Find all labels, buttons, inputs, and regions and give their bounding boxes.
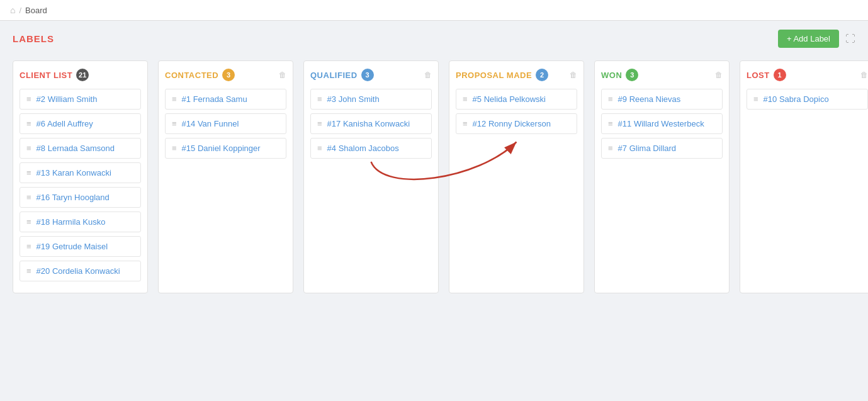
card-label: #17 Kanisha Konwacki [327, 119, 410, 128]
card-label: #4 Shalom Jacobos [327, 144, 399, 153]
card-2[interactable]: ≡#2 William Smith [20, 89, 141, 110]
column-contacted: CONTACTED3🗑≡#1 Fernada Samu≡#14 Van Funn… [158, 60, 293, 293]
delete-column-won[interactable]: 🗑 [715, 71, 723, 79]
column-title-contacted: CONTACTED [165, 71, 218, 80]
card-menu-icon: ≡ [26, 119, 31, 128]
card-menu-icon: ≡ [172, 119, 177, 128]
card-15[interactable]: ≡#15 Daniel Koppinger [165, 138, 286, 159]
home-icon[interactable]: ⌂ [10, 5, 15, 15]
card-label: #3 John Smith [327, 94, 380, 104]
breadcrumb-separator: / [19, 6, 21, 15]
badge-qualified: 3 [361, 69, 374, 81]
column-header-lost: LOST1🗑 [747, 69, 868, 81]
card-menu-icon: ≡ [608, 119, 613, 128]
delete-column-qualified[interactable]: 🗑 [424, 71, 432, 79]
card-label: #20 Cordelia Konwacki [37, 266, 120, 276]
card-menu-icon: ≡ [608, 144, 613, 153]
badge-proposal-made: 2 [536, 69, 548, 81]
delete-column-lost[interactable]: 🗑 [860, 71, 868, 79]
card-menu-icon: ≡ [26, 217, 31, 227]
card-menu-icon: ≡ [26, 94, 31, 104]
column-header-won: WON3🗑 [601, 69, 723, 81]
card-13[interactable]: ≡#13 Karan Konwacki [20, 162, 141, 183]
fullscreen-icon[interactable]: ⛶ [845, 33, 855, 45]
column-title-lost: LOST [747, 71, 770, 80]
card-label: #16 Taryn Hoogland [37, 193, 110, 202]
card-menu-icon: ≡ [463, 119, 468, 128]
card-label: #15 Daniel Koppinger [182, 144, 261, 153]
column-title-won: WON [601, 71, 622, 80]
card-menu-icon: ≡ [463, 94, 468, 104]
card-9[interactable]: ≡#9 Reena Nievas [601, 89, 723, 110]
card-menu-icon: ≡ [26, 266, 31, 276]
card-menu-icon: ≡ [753, 94, 758, 104]
column-client-list: CLIENT LIST21≡#2 William Smith≡#6 Adell … [13, 60, 148, 293]
column-header-client-list: CLIENT LIST21 [20, 69, 141, 81]
column-body-client-list: ≡#2 William Smith≡#6 Adell Auffrey≡#8 Le… [20, 89, 141, 285]
card-10[interactable]: ≡#10 Sabra Dopico [747, 89, 868, 110]
card-label: #18 Harmila Kusko [37, 217, 106, 227]
card-label: #10 Sabra Dopico [764, 94, 829, 104]
card-18[interactable]: ≡#18 Harmila Kusko [20, 212, 141, 232]
column-won: WON3🗑≡#9 Reena Nievas≡#11 Willard Wester… [594, 60, 730, 293]
card-3[interactable]: ≡#3 John Smith [310, 89, 432, 110]
column-proposal-made: PROPOSAL MADE2🗑≡#5 Nelida Pelkowski≡#12 … [449, 60, 584, 293]
card-label: #11 Willard Westerbeck [618, 119, 704, 128]
card-menu-icon: ≡ [317, 119, 322, 128]
add-label-button[interactable]: + Add Label [778, 30, 839, 48]
card-menu-icon: ≡ [317, 94, 322, 104]
card-label: #5 Nelida Pelkowski [473, 94, 546, 104]
card-label: #1 Fernada Samu [182, 94, 247, 104]
card-menu-icon: ≡ [172, 144, 177, 153]
column-body-qualified: ≡#3 John Smith≡#17 Kanisha Konwacki≡#4 S… [310, 89, 432, 162]
card-label: #7 Glima Dillard [618, 144, 676, 153]
column-header-qualified: QUALIFIED3🗑 [310, 69, 432, 81]
card-menu-icon: ≡ [608, 94, 613, 104]
topbar: ⌂ / Board [0, 0, 868, 21]
column-lost: LOST1🗑≡#10 Sabra Dopico [740, 60, 868, 293]
column-header-contacted: CONTACTED3🗑 [165, 69, 286, 81]
column-title-proposal-made: PROPOSAL MADE [456, 71, 532, 80]
card-16[interactable]: ≡#16 Taryn Hoogland [20, 187, 141, 208]
card-19[interactable]: ≡#19 Getrude Maisel [20, 236, 141, 257]
header-row: LABELS + Add Label ⛶ [0, 21, 868, 54]
card-6[interactable]: ≡#6 Adell Auffrey [20, 113, 141, 134]
card-menu-icon: ≡ [26, 168, 31, 178]
card-1[interactable]: ≡#1 Fernada Samu [165, 89, 286, 110]
column-body-won: ≡#9 Reena Nievas≡#11 Willard Westerbeck≡… [601, 89, 723, 162]
column-header-proposal-made: PROPOSAL MADE2🗑 [456, 69, 577, 81]
card-label: #12 Ronny Dickerson [473, 119, 551, 128]
badge-contacted: 3 [222, 69, 235, 81]
column-body-proposal-made: ≡#5 Nelida Pelkowski≡#12 Ronny Dickerson [456, 89, 577, 138]
card-label: #6 Adell Auffrey [37, 119, 93, 128]
card-menu-icon: ≡ [317, 144, 322, 153]
delete-column-contacted[interactable]: 🗑 [279, 71, 286, 79]
card-4[interactable]: ≡#4 Shalom Jacobos [310, 138, 432, 159]
page-title: LABELS [13, 33, 54, 44]
card-label: #8 Lernada Samsond [37, 144, 115, 153]
card-5[interactable]: ≡#5 Nelida Pelkowski [456, 89, 577, 110]
card-menu-icon: ≡ [26, 144, 31, 153]
card-8[interactable]: ≡#8 Lernada Samsond [20, 138, 141, 159]
card-menu-icon: ≡ [26, 193, 31, 202]
board: CLIENT LIST21≡#2 William Smith≡#6 Adell … [0, 54, 868, 306]
card-label: #14 Van Funnel [182, 119, 239, 128]
column-body-contacted: ≡#1 Fernada Samu≡#14 Van Funnel≡#15 Dani… [165, 89, 286, 162]
card-17[interactable]: ≡#17 Kanisha Konwacki [310, 113, 432, 134]
delete-column-proposal-made[interactable]: 🗑 [570, 71, 577, 79]
badge-client-list: 21 [76, 69, 89, 81]
card-20[interactable]: ≡#20 Cordelia Konwacki [20, 261, 141, 281]
column-body-lost: ≡#10 Sabra Dopico [747, 89, 868, 113]
card-12[interactable]: ≡#12 Ronny Dickerson [456, 113, 577, 134]
board-container: CLIENT LIST21≡#2 William Smith≡#6 Adell … [0, 54, 868, 306]
card-label: #19 Getrude Maisel [37, 242, 108, 251]
column-qualified: QUALIFIED3🗑≡#3 John Smith≡#17 Kanisha Ko… [303, 60, 439, 293]
card-label: #9 Reena Nievas [618, 94, 681, 104]
card-menu-icon: ≡ [172, 94, 177, 104]
breadcrumb-board: Board [25, 6, 47, 15]
card-14[interactable]: ≡#14 Van Funnel [165, 113, 286, 134]
column-title-qualified: QUALIFIED [310, 71, 358, 80]
card-7[interactable]: ≡#7 Glima Dillard [601, 138, 723, 159]
card-label: #13 Karan Konwacki [37, 168, 111, 178]
card-11[interactable]: ≡#11 Willard Westerbeck [601, 113, 723, 134]
